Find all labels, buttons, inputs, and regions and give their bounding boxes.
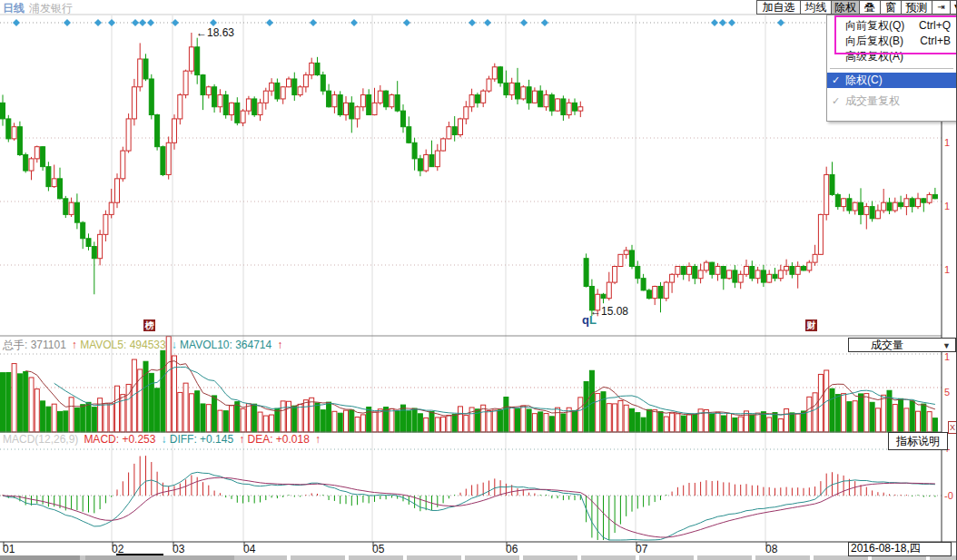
trend-arrow-icon: ↑ — [315, 433, 321, 446]
top-bar: 日线 浦发银行 加自选均线除权叠窗预测⇥▼ — [0, 0, 957, 15]
svg-text:1: 1 — [944, 201, 950, 211]
check-icon: ✓ — [832, 73, 840, 88]
menu-item-label: 向后复权(B) — [845, 34, 903, 49]
header-value: DEA: +0.018 — [247, 433, 309, 446]
svg-text:1: 1 — [944, 264, 950, 275]
trend-arrow-icon: ↑ — [277, 339, 282, 351]
menu-item-label: 成交量复权 — [845, 93, 900, 109]
date-axis-label: 03 — [173, 543, 184, 555]
header-value: MACD: +0.253 — [84, 433, 155, 446]
indicator-help-button[interactable]: 指标说明 — [888, 432, 948, 450]
adjust-rights-context-menu: 向前复权(Q)Ctrl+Q向后复权(B)Ctrl+B高级复权(A)✓除权(C)✓… — [826, 15, 957, 122]
header-value: MACD(12,26,9) — [3, 433, 78, 446]
header-value: MAVOL10: 364714 — [180, 339, 271, 351]
menu-item-label: 高级复权(A) — [845, 49, 903, 64]
header-value: DIFF: +0.145 — [170, 433, 233, 446]
trend-arrow-icon: ↑ — [72, 339, 80, 351]
event-badge-right[interactable]: 财 — [805, 319, 817, 331]
toolbar-button-0[interactable]: 加自选 — [756, 0, 801, 15]
close-icon[interactable]: X — [948, 421, 957, 434]
menu-item-2[interactable]: 高级复权(A) — [827, 49, 956, 64]
jump-to-end-icon[interactable]: ⇥ — [932, 0, 951, 15]
menu-item-6: ✓成交量复权 — [827, 93, 956, 109]
toolbar-button-4[interactable]: 窗 — [881, 0, 902, 15]
menu-item-1[interactable]: 向后复权(B)Ctrl+B — [827, 34, 956, 49]
stock-name: 浦发银行 — [29, 1, 73, 16]
menu-item-4[interactable]: ✓除权(C) — [827, 73, 956, 88]
period-label[interactable]: 日线 — [3, 1, 25, 16]
svg-text:1: 1 — [944, 137, 950, 148]
scrollbar-segment-dark[interactable] — [0, 555, 80, 560]
trading-app-window: 11115+-0 日线 浦发银行 加自选均线除权叠窗预测⇥▼ 总手: 37110… — [0, 0, 957, 560]
trend-arrow-icon: ↓ — [172, 339, 180, 351]
menu-item-label: 除权(C) — [845, 73, 883, 88]
high-price-annotation: ←18.63 — [196, 26, 234, 39]
trend-arrow-icon: ↓ — [161, 433, 169, 446]
svg-text:5: 5 — [944, 387, 950, 398]
svg-text:-0: -0 — [944, 490, 953, 501]
menu-item-0[interactable]: 向前复权(Q)Ctrl+Q — [827, 18, 956, 34]
scrollbar-segment-mid[interactable] — [85, 555, 234, 560]
volume-header: 总手: 371101↑ MAVOL5: 494533↓ MAVOL10: 364… — [3, 338, 282, 353]
toolbar-button-2[interactable]: 除权 — [832, 0, 860, 15]
toolbar-button-3[interactable]: 叠 — [860, 0, 881, 15]
toolbar-button-5[interactable]: 预测 — [902, 0, 932, 15]
header-value: 总手: 371101 — [3, 339, 66, 351]
scrollbar-position-indicator[interactable] — [116, 554, 163, 555]
date-axis-label: 01 — [3, 543, 15, 555]
toolbar: 加自选均线除权叠窗预测⇥▼ — [756, 0, 957, 15]
date-axis-label: 08 — [765, 543, 777, 555]
menu-item-shortcut: Ctrl+B — [920, 34, 951, 49]
toolbar-button-1[interactable]: 均线 — [801, 0, 832, 15]
chevron-down-icon[interactable]: ▼ — [942, 339, 951, 353]
check-icon: ✓ — [832, 93, 840, 109]
header-value: MAVOL5: 494533 — [80, 339, 166, 351]
date-box: 2016-08-18,四 — [848, 542, 952, 556]
toolbar-dropdown-icon[interactable]: ▼ — [951, 0, 957, 15]
volume-indicator-label: 成交量 — [871, 339, 903, 352]
event-badge-left[interactable]: 榜 — [143, 319, 155, 331]
menu-separator — [830, 68, 953, 69]
ql-marker: qL — [582, 313, 597, 327]
date-axis-label: 07 — [636, 543, 647, 555]
menu-item-label: 向前复权(Q) — [845, 18, 904, 34]
menu-item-shortcut: Ctrl+Q — [919, 18, 951, 34]
date-axis-label: 06 — [506, 543, 518, 555]
macd-header: MACD(12,26,9)MACD: +0.253↓ DIFF: +0.145↑… — [3, 433, 321, 446]
date-axis-label: 04 — [243, 543, 255, 555]
date-axis-label: 05 — [372, 543, 384, 555]
chart-canvas[interactable]: 11115+-0 — [0, 0, 957, 560]
volume-indicator-dropdown[interactable]: 成交量 ▼ — [848, 338, 956, 352]
